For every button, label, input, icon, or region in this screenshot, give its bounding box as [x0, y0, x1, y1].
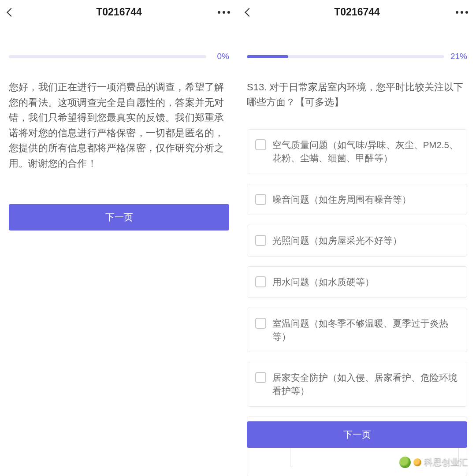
survey-question-screen: T0216744 21% S13. 对于日常家居室内环境，您平时比较关注以下哪些…	[238, 0, 476, 476]
option-item[interactable]: 光照问题（如房屋采光不好等）	[247, 225, 467, 257]
checkbox-icon[interactable]	[255, 372, 266, 383]
progress-bar: 21%	[238, 52, 476, 61]
option-label: 空气质量问题（如气味/异味、灰尘、PM2.5、花粉、尘螨、细菌、甲醛等）	[272, 138, 459, 164]
page-title: T0216744	[238, 6, 476, 18]
next-button[interactable]: 下一页	[247, 421, 467, 448]
option-label: 光照问题（如房屋采光不好等）	[272, 234, 402, 247]
more-icon[interactable]	[456, 11, 468, 14]
progress-fill	[247, 55, 288, 58]
option-item[interactable]: 空气质量问题（如气味/异味、灰尘、PM2.5、花粉、尘螨、细菌、甲醛等）	[247, 129, 467, 174]
option-label: 居家安全防护（如入侵、居家看护、危险环境看护等）	[272, 371, 459, 397]
checkbox-icon[interactable]	[255, 276, 266, 287]
option-label: 室温问题（如冬季不够温暖、夏季过于炎热等）	[272, 317, 459, 343]
intro-paragraph: 您好，我们正在进行一项消费品的调查，希望了解您的看法。这项调查完全是自愿性的，答…	[0, 80, 238, 171]
checkbox-icon[interactable]	[255, 139, 266, 150]
survey-intro-screen: T0216744 0% 您好，我们正在进行一项消费品的调查，希望了解您的看法。这…	[0, 0, 238, 476]
option-item[interactable]: 噪音问题（如住房周围有噪音等）	[247, 184, 467, 216]
back-icon[interactable]	[7, 8, 15, 17]
header: T0216744	[0, 0, 238, 24]
progress-percent: 0%	[211, 52, 229, 61]
option-label: 用水问题（如水质硬等）	[272, 275, 374, 289]
progress-track	[9, 55, 206, 58]
back-icon[interactable]	[245, 8, 253, 17]
header: T0216744	[238, 0, 476, 24]
next-button[interactable]: 下一页	[9, 204, 229, 231]
option-item[interactable]: 室温问题（如冬季不够温暖、夏季过于炎热等）	[247, 308, 467, 352]
watermark: 科思创业汇	[399, 456, 468, 468]
watermark-badge-icon	[413, 458, 421, 466]
watermark-text: 科思创业汇	[424, 456, 468, 468]
page-title: T0216744	[0, 6, 238, 18]
question-text: S13. 对于日常家居室内环境，您平时比较关注以下哪些方面？【可多选】	[238, 80, 476, 110]
checkbox-icon[interactable]	[255, 194, 266, 205]
progress-track	[247, 55, 444, 58]
wechat-logo-icon	[399, 457, 411, 468]
option-item[interactable]: 居家安全防护（如入侵、居家看护、危险环境看护等）	[247, 362, 467, 406]
option-item[interactable]: 用水问题（如水质硬等）	[247, 266, 467, 298]
more-icon[interactable]	[218, 11, 230, 14]
progress-bar: 0%	[0, 52, 238, 61]
checkbox-icon[interactable]	[255, 318, 266, 329]
progress-percent: 21%	[449, 52, 467, 61]
option-label: 噪音问题（如住房周围有噪音等）	[272, 193, 411, 206]
checkbox-icon[interactable]	[255, 235, 266, 246]
